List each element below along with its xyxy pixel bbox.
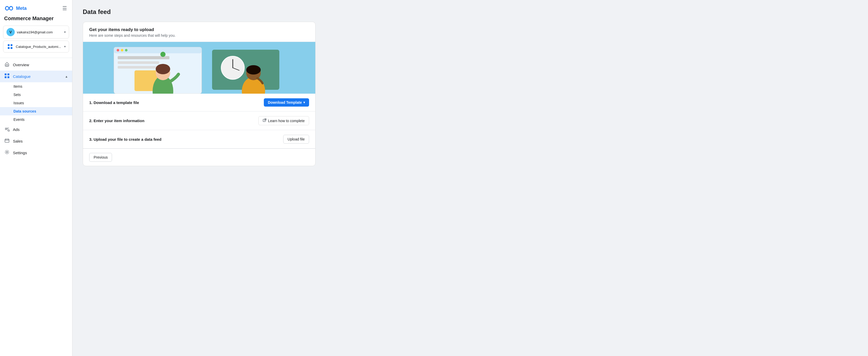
settings-icon — [4, 150, 10, 156]
step-1-label: 1. Download a template file — [89, 100, 139, 105]
sidebar-item-catalogue-label: Catalogue — [13, 74, 62, 79]
svg-point-21 — [160, 52, 165, 57]
sidebar-item-settings-label: Settings — [13, 151, 68, 155]
svg-rect-5 — [5, 73, 6, 75]
ads-icon — [4, 126, 10, 133]
step-3-label: 3. Upload your file to create a data fee… — [89, 137, 161, 142]
svg-rect-0 — [8, 44, 9, 46]
svg-rect-19 — [118, 61, 159, 64]
main-content: Data feed Get your items ready to upload… — [72, 0, 868, 356]
svg-rect-6 — [7, 73, 9, 75]
meta-logo: Meta — [4, 6, 27, 11]
home-icon — [4, 62, 10, 68]
svg-point-11 — [6, 151, 8, 153]
card-footer: Previous — [83, 149, 315, 166]
step-3-action: Upload file — [283, 135, 309, 144]
chevron-down-icon: ▾ — [303, 101, 305, 104]
sidebar-item-issues[interactable]: Issues — [0, 99, 72, 107]
sidebar-item-sales[interactable]: Sales — [0, 135, 72, 147]
svg-rect-4 — [6, 64, 8, 66]
account-email: vaikalra194@gmail.com — [17, 30, 62, 34]
catalogue-sub-nav: Items Sets Issues Data sources Events — [0, 82, 72, 124]
data-feed-card: Get your items ready to upload Here are … — [83, 22, 315, 166]
svg-rect-8 — [7, 76, 9, 78]
catalogue-expand-icon: ▲ — [65, 75, 68, 79]
account-chevron-icon: ▾ — [64, 30, 66, 34]
svg-rect-18 — [118, 56, 169, 59]
sales-icon — [4, 138, 10, 144]
sidebar-item-settings[interactable]: Settings — [0, 147, 72, 158]
download-template-button[interactable]: Download Template ▾ — [264, 98, 309, 107]
sidebar-item-ads[interactable]: Ads — [0, 124, 72, 135]
step-2-label: 2. Enter your item information — [89, 118, 144, 123]
svg-point-15 — [117, 49, 119, 52]
svg-point-29 — [156, 64, 170, 74]
hamburger-button[interactable]: ☰ — [61, 4, 68, 12]
svg-rect-10 — [5, 139, 9, 142]
sidebar-item-overview[interactable]: Overview — [0, 59, 72, 71]
card-header: Get your items ready to upload Here are … — [83, 22, 315, 42]
previous-button[interactable]: Previous — [89, 153, 112, 162]
catalogue-nav-icon — [4, 73, 10, 80]
step-enter-info: 2. Enter your item information Learn how… — [83, 112, 315, 130]
learn-how-button[interactable]: Learn how to complete — [258, 116, 309, 125]
meta-wordmark: Meta — [16, 6, 27, 11]
card-title: Get your items ready to upload — [89, 27, 309, 32]
sidebar-item-items[interactable]: Items — [0, 82, 72, 91]
catalogue-grid-icon — [6, 43, 14, 50]
sidebar-item-data-sources[interactable]: Data sources — [0, 107, 72, 115]
sidebar-item-ads-label: Ads — [13, 127, 68, 132]
svg-rect-3 — [10, 47, 12, 49]
sidebar-item-overview-label: Overview — [13, 63, 68, 67]
external-link-icon — [263, 118, 267, 123]
card-subtitle: Here are some steps and resources that w… — [89, 33, 309, 37]
page-title: Data feed — [83, 8, 858, 16]
svg-point-17 — [125, 49, 127, 52]
catalogue-chevron-icon: ▾ — [64, 45, 66, 49]
step-upload-file: 3. Upload your file to create a data fee… — [83, 130, 315, 149]
svg-rect-1 — [10, 44, 12, 46]
catalogue-name: Catalogue_Products_automi... — [16, 45, 62, 49]
hero-illustration — [83, 42, 315, 94]
nav-divider-top — [0, 58, 72, 58]
sidebar-item-sets[interactable]: Sets — [0, 91, 72, 99]
avatar: V — [6, 28, 15, 36]
svg-point-32 — [246, 65, 261, 75]
step-2-action: Learn how to complete — [258, 116, 309, 125]
svg-rect-7 — [5, 76, 6, 78]
sidebar-item-catalogue[interactable]: Catalogue ▲ — [0, 71, 72, 82]
account-selector[interactable]: V vaikalra194@gmail.com ▾ — [3, 26, 69, 38]
app-title: Commerce Manager — [0, 16, 72, 26]
sidebar-item-sales-label: Sales — [13, 139, 68, 143]
svg-point-16 — [121, 49, 123, 52]
upload-file-button[interactable]: Upload file — [283, 135, 309, 144]
meta-logo-svg — [4, 6, 14, 11]
catalogue-selector[interactable]: Catalogue_Products_automi... ▾ — [3, 40, 69, 53]
step-1-action: Download Template ▾ — [264, 98, 309, 107]
sidebar-item-events[interactable]: Events — [0, 115, 72, 124]
svg-rect-2 — [8, 47, 9, 49]
sidebar: Meta ☰ Commerce Manager V vaikalra194@gm… — [0, 0, 72, 356]
step-download-template: 1. Download a template file Download Tem… — [83, 94, 315, 112]
sidebar-header: Meta ☰ — [0, 0, 72, 16]
